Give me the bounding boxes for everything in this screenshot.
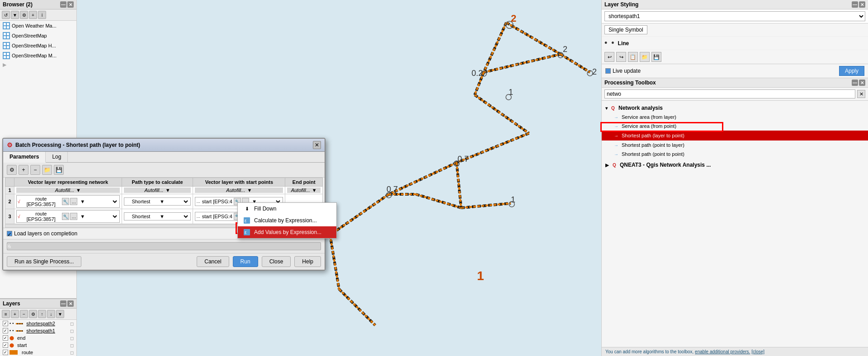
layer-item-2[interactable]: ✓ ⬤ end ◻ — [0, 334, 76, 342]
browser-item-2[interactable]: OpenStreetMap H... — [0, 41, 76, 51]
load-layers-label[interactable]: ✓ Load layers on completion — [7, 230, 77, 237]
batch-processing-dialog[interactable]: ⚙ Batch Processing - Shortest path (laye… — [2, 138, 326, 271]
tree-item-service-area-layer[interactable]: → Service area (from layer) — [602, 112, 868, 122]
row2-vector-select[interactable]: ▼ — [78, 198, 118, 205]
minimize-icon[interactable]: — — [60, 1, 66, 8]
load-layers-checkbox[interactable]: ✓ — [7, 231, 12, 236]
bottom-bar-text: You can add more algorithms to the toolb… — [605, 349, 693, 354]
tree-item-shortest-layer-point[interactable]: → Shortest path (layer to point) — [602, 131, 868, 141]
toolbox-close-icon[interactable]: ✕ — [859, 80, 865, 86]
row3-vector-select[interactable]: ▼ — [78, 213, 118, 220]
refresh-btn[interactable]: ↺ — [2, 11, 10, 19]
tree-item-shortest-point-layer[interactable]: → Shortest path (point to layer) — [602, 141, 868, 150]
row2-vector-more-btn[interactable]: … — [70, 198, 77, 205]
browser-item-1[interactable]: OpenStreetMap — [0, 31, 76, 41]
style-tool-2[interactable]: ↪ — [616, 52, 626, 62]
layer-item-0[interactable]: ✓ •• shortespath2 ◻ — [0, 320, 76, 327]
live-update-check-label[interactable]: Live update — [605, 68, 641, 74]
styling-close-icon[interactable]: ✕ — [859, 1, 865, 8]
tab-parameters[interactable]: Parameters — [3, 152, 46, 163]
layers-tb-4[interactable]: ⚙ — [29, 310, 37, 318]
autofill-start[interactable]: Autofill...▼ — [195, 187, 283, 193]
remove-row-btn[interactable]: − — [30, 165, 40, 175]
autofill-endpoint[interactable]: Autofill...▼ — [287, 187, 321, 193]
dialog-close-btn[interactable]: ✕ — [313, 141, 321, 149]
help-btn[interactable]: Help — [294, 256, 321, 267]
row3-vector-cell[interactable]: √ route [EPSG:3857] 🔧 … ▼ — [16, 210, 120, 223]
enable-providers-link[interactable]: enable additional providers. — [695, 349, 750, 354]
layers-tb-5[interactable]: ↑ — [38, 310, 46, 318]
live-update-checkbox[interactable] — [605, 68, 611, 74]
row2-path-cell[interactable]: Shortest ▼ — [124, 197, 191, 206]
layers-tb-6[interactable]: ↓ — [47, 310, 55, 318]
row2-start-select[interactable]: ▼ — [250, 198, 282, 205]
row3-vector-more-btn[interactable]: … — [70, 213, 77, 220]
layers-tb-7[interactable]: ▼ — [56, 310, 64, 318]
browser-item-3[interactable]: OpenStreetMap M... — [0, 51, 76, 61]
close-icon[interactable]: ✕ — [67, 1, 74, 8]
layer-label-3: start — [17, 342, 27, 348]
row2-start-tool-btn[interactable]: 🔧 — [234, 198, 241, 205]
load-btn[interactable]: 📁 — [42, 165, 52, 175]
layer-check-1[interactable]: ✓ — [3, 328, 8, 333]
search-clear-btn[interactable]: ✕ — [857, 90, 865, 98]
settings-btn[interactable]: ⚙ — [7, 165, 17, 175]
layers-tb-1[interactable]: ≡ — [2, 310, 10, 318]
row3-vector-tool-btn[interactable]: 🔧 — [62, 213, 69, 220]
row2-vector-cell[interactable]: √ route [EPSG:3857] 🔧 … ▼ — [16, 195, 120, 208]
row3-start-tool-btn[interactable]: 🔧 — [234, 213, 241, 220]
tree-group-header-network[interactable]: ▾ Q Network analysis — [602, 103, 868, 112]
layer-item-4[interactable]: ✓ route ◻ — [0, 349, 76, 356]
apply-button[interactable]: Apply — [839, 66, 864, 76]
tab-log[interactable]: Log — [46, 152, 68, 162]
toolbox-minimize-icon[interactable]: — — [852, 80, 858, 86]
layers-close-icon[interactable]: ✕ — [67, 300, 74, 307]
search-input[interactable] — [604, 89, 855, 98]
style-tool-5[interactable]: 💾 — [651, 52, 661, 62]
add-row-btn[interactable]: + — [19, 165, 28, 175]
styling-minimize-icon[interactable]: — — [852, 1, 858, 8]
filter-btn[interactable]: ⚙ — [20, 11, 28, 19]
save-btn[interactable]: 💾 — [54, 165, 64, 175]
row3-path-cell[interactable]: Shortest ▼ — [124, 212, 191, 220]
row3-path-select[interactable]: ▼ — [158, 213, 189, 220]
layers-tb-3[interactable]: − — [20, 310, 28, 318]
run-single-btn[interactable]: Run as Single Process... — [7, 256, 81, 267]
autofill-vector[interactable]: Autofill...▼ — [16, 187, 120, 193]
add-btn[interactable]: + — [29, 11, 37, 19]
style-tool-1[interactable]: ↩ — [604, 52, 614, 62]
browser-item-0[interactable]: Open Weather Ma... — [0, 21, 76, 31]
run-btn[interactable]: Run — [233, 256, 258, 267]
row2-start-more-btn[interactable]: … — [242, 198, 249, 205]
layers-minimize-icon[interactable]: — — [60, 300, 66, 307]
layer-check-3[interactable]: ✓ — [3, 342, 8, 348]
close-link[interactable]: [close] — [751, 349, 764, 354]
row2-vector-tool-btn[interactable]: 🔧 — [62, 198, 69, 205]
horizontal-scrollbar[interactable] — [5, 224, 323, 228]
layer-item-3[interactable]: ✓ ⬤ start ◻ — [0, 342, 76, 349]
close-btn[interactable]: Close — [262, 256, 291, 267]
row3-start-select[interactable]: ▼ — [250, 213, 282, 220]
tree-group-header-qneat3[interactable]: ▶ Q QNEAT3 - Qgis Network Analysis ... — [602, 160, 868, 169]
row2-start-cell[interactable]: … start [EPSG:4 🔧 … ▼ — [195, 197, 283, 206]
layer-check-2[interactable]: ✓ — [3, 335, 8, 341]
autofill-path[interactable]: Autofill...▼ — [124, 187, 191, 193]
row2-path-select[interactable]: ▼ — [158, 198, 189, 205]
single-symbol-btn[interactable]: Single Symbol — [604, 25, 647, 34]
row3-start-cell[interactable]: … start [EPSG:4 🔧 … ▼ — [195, 212, 283, 221]
collapse-btn[interactable]: ▼ — [11, 11, 19, 19]
style-tool-3[interactable]: 📋 — [628, 52, 638, 62]
layer-check-4[interactable]: ✓ — [3, 350, 8, 355]
style-tool-4[interactable]: 📁 — [640, 52, 650, 62]
layer-check-0[interactable]: ✓ — [3, 321, 8, 326]
layer-select[interactable]: shortespath1 — [604, 11, 865, 21]
info-btn[interactable]: i — [38, 11, 46, 19]
cancel-btn[interactable]: Cancel — [197, 256, 229, 267]
tree-item-service-area-point[interactable]: → Service area (from point) — [602, 122, 868, 131]
layer-item-1[interactable]: ✓ •• shortespath1 ◻ — [0, 327, 76, 334]
row3-endpoint[interactable] — [285, 209, 323, 224]
row3-start-more-btn[interactable]: … — [242, 213, 249, 220]
tree-item-shortest-point-point[interactable]: → Shortest path (point to point) — [602, 150, 868, 159]
layers-tb-2[interactable]: + — [11, 310, 19, 318]
row2-endpoint[interactable] — [285, 194, 323, 209]
